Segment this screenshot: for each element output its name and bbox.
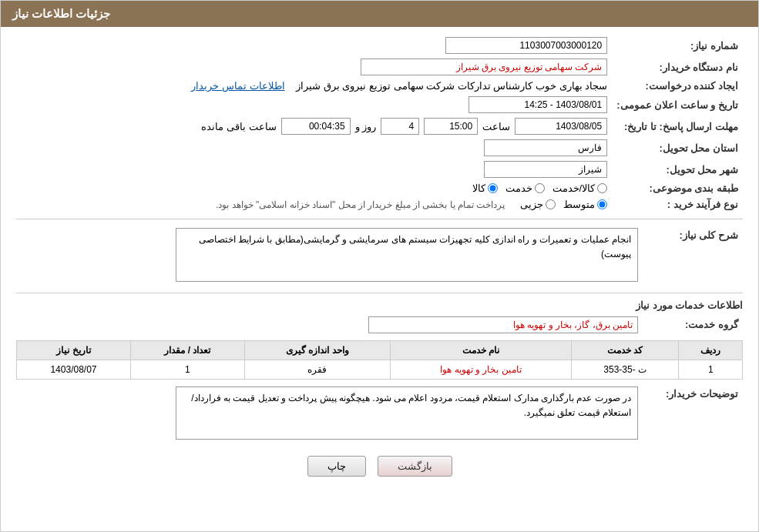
buyer-name-row: نام دستگاه خریدار: [16,56,743,78]
general-desc-row: شرح کلی نیاز: [16,226,743,286]
buyer-name-input[interactable] [361,59,607,75]
purchase-type-note: پرداخت تمام یا بخشی از مبلغ خریدار از مح… [216,199,505,210]
cell-row-num: 1 [679,360,743,379]
general-desc-label: شرح کلی نیاز: [643,226,743,286]
announce-datetime-label: تاریخ و ساعت اعلان عمومی: [612,94,743,115]
province-input[interactable] [484,139,607,156]
cell-qty: 1 [130,360,244,379]
buyer-notes-label: توضیحات خریدار: [643,384,743,445]
purchase-type-radio-medium[interactable]: متوسط [563,199,607,210]
buyer-notes-textarea[interactable] [176,386,638,440]
table-body: 1 ت -35-353 تامین بخار و تهویه هوا فقره … [17,360,743,379]
need-number-value [16,35,612,56]
purchase-type-medium-input[interactable] [597,199,607,209]
deadline-label: مهلت ارسال پاسخ: تا تاریخ: [612,115,743,137]
main-content: شماره نیاز: نام دستگاه خریدار: ایجاد کنن… [1,27,758,492]
divider-2 [16,293,743,293]
city-label: شهر محل تحویل: [612,159,743,180]
purchase-type-row: نوع فرآیند خرید : متوسط جزیی پرداخت تمام… [16,196,743,212]
deadline-time-input[interactable] [424,118,478,135]
table-row: 1 ت -35-353 تامین بخار و تهویه هوا فقره … [17,360,743,379]
province-label: استان محل تحویل: [612,137,743,159]
col-need-date: تاریخ نیاز [17,340,131,360]
need-number-input[interactable] [445,37,607,54]
announce-datetime-row: تاریخ و ساعت اعلان عمومی: [16,94,743,115]
cell-service-code: ت -35-353 [571,360,679,379]
province-value [16,137,612,159]
buyer-name-label: نام دستگاه خریدار: [612,56,743,78]
general-desc-area [16,226,643,286]
category-row: طبقه بندی موضوعی: کالا/خدمت خدمت کالا [16,180,743,196]
deadline-days-label: روز و [355,121,377,132]
cell-unit: فقره [244,360,390,379]
table-head: ردیف کد خدمت نام خدمت واحد اندازه گیری ت… [17,340,743,360]
city-input[interactable] [484,161,607,178]
deadline-time-label: ساعت [482,121,510,132]
creator-link[interactable]: اطلاعات تماس خریدار [191,80,284,92]
cell-service-name: تامین بخار و تهویه هوا [391,360,572,379]
col-service-name: نام خدمت [391,340,572,360]
col-qty: تعداد / مقدار [130,340,244,360]
general-desc-textarea[interactable] [176,228,638,282]
purchase-type-radio-group: متوسط جزیی [520,199,607,210]
category-options: کالا/خدمت خدمت کالا [16,180,612,196]
services-section-title: اطلاعات خدمات مورد نیاز [16,299,743,311]
page-header: جزئیات اطلاعات نیاز [1,1,758,27]
service-group-input[interactable] [368,316,638,333]
back-button[interactable]: بازگشت [378,456,452,477]
print-button[interactable]: چاپ [307,456,366,477]
deadline-area: ساعت روز و ساعت باقی مانده [16,115,612,137]
purchase-type-radio-partial[interactable]: جزیی [520,199,556,210]
col-service-code: کد خدمت [571,340,679,360]
page-wrapper: جزئیات اطلاعات نیاز شماره نیاز: نام دستگ… [0,0,759,532]
province-row: استان محل تحویل: [16,137,743,159]
need-number-row: شماره نیاز: [16,35,743,56]
divider-1 [16,219,743,219]
buyer-notes-area [16,384,643,445]
service-group-value [16,314,643,336]
category-label: طبقه بندی موضوعی: [612,180,743,196]
creator-area: سجاد بهاری خوب کارشناس تدارکات شرکت سهام… [16,78,612,94]
purchase-type-partial-input[interactable] [546,199,556,209]
creator-row: ایجاد کننده درخواست: سجاد بهاری خوب کارش… [16,78,743,94]
deadline-days-input[interactable] [381,118,419,135]
buyer-notes-row: توضیحات خریدار: [16,384,743,445]
deadline-row-inline: ساعت روز و ساعت باقی مانده [21,118,607,135]
page-title: جزئیات اطلاعات نیاز [12,7,110,20]
city-value [16,159,612,180]
purchase-type-label: نوع فرآیند خرید : [612,196,743,212]
creator-value: سجاد بهاری خوب کارشناس تدارکات شرکت سهام… [296,80,607,92]
purchase-type-area: متوسط جزیی پرداخت تمام یا بخشی از مبلغ خ… [16,196,612,212]
deadline-remain-label: ساعت باقی مانده [201,121,276,132]
need-number-label: شماره نیاز: [612,35,743,56]
deadline-row: مهلت ارسال پاسخ: تا تاریخ: ساعت روز و سا… [16,115,743,137]
notes-table: توضیحات خریدار: [16,384,743,445]
services-data-table: ردیف کد خدمت نام خدمت واحد اندازه گیری ت… [16,340,743,380]
category-radio-kala-input[interactable] [488,183,498,193]
cell-need-date: 1403/08/07 [17,360,131,379]
creator-label: ایجاد کننده درخواست: [612,78,743,94]
col-unit: واحد اندازه گیری [244,340,390,360]
category-radio-khidmat[interactable]: خدمت [505,182,545,194]
deadline-remain-input[interactable] [281,118,351,135]
category-radio-khidmat-input[interactable] [535,183,545,193]
service-group-label: گروه خدمت: [643,314,743,336]
buyer-name-value [16,56,612,78]
category-radio-group: کالا/خدمت خدمت کالا [21,182,607,194]
button-group: بازگشت چاپ [16,456,743,477]
col-row: ردیف [679,340,743,360]
service-group-table: گروه خدمت: [16,314,743,336]
main-info-table: شماره نیاز: نام دستگاه خریدار: ایجاد کنن… [16,35,743,212]
announce-datetime-value [16,94,612,115]
city-row: شهر محل تحویل: [16,159,743,180]
announce-datetime-input[interactable] [468,96,607,113]
category-radio-kala[interactable]: کالا [472,182,498,194]
deadline-date-input[interactable] [515,118,607,135]
service-group-row: گروه خدمت: [16,314,743,336]
table-header-row: ردیف کد خدمت نام خدمت واحد اندازه گیری ت… [17,340,743,360]
category-radio-kala-khidmat-input[interactable] [597,183,607,193]
category-radio-kala-khidmat[interactable]: کالا/خدمت [552,182,608,194]
desc-table: شرح کلی نیاز: [16,226,743,286]
purchase-type-group: متوسط جزیی پرداخت تمام یا بخشی از مبلغ خ… [21,199,607,210]
